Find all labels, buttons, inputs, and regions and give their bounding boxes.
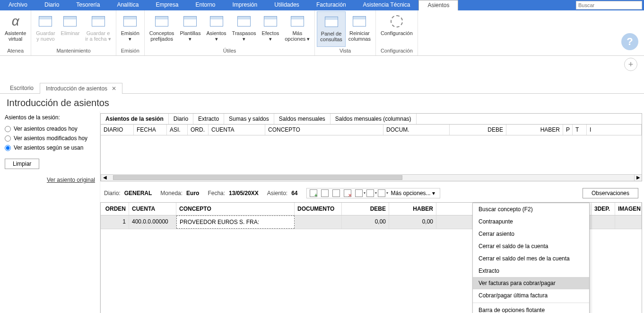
col-docum[interactable]: DOCUM. — [383, 125, 450, 135]
configuracion-button[interactable]: Configuración — [378, 11, 416, 47]
col-haber2[interactable]: HABER — [389, 203, 436, 215]
inner-tab-saldos-mensuales-columnas[interactable]: Saldos mensuales (columnas) — [331, 114, 417, 124]
inner-tab-saldos-mensuales[interactable]: Saldos mensuales — [274, 114, 331, 124]
cell-debe[interactable]: 0,00 — [342, 215, 389, 229]
menu-archivo[interactable]: Archivo — [0, 0, 36, 10]
menu-tesoreria[interactable]: Tesorería — [68, 0, 108, 10]
col-cuenta2[interactable]: CUENTA — [129, 203, 176, 215]
col-dep[interactable]: 3DEP. — [592, 203, 615, 215]
radio-ver-creados-hoy[interactable]: Ver asientos creados hoy — [5, 125, 95, 132]
col-debe2[interactable]: DEBE — [342, 203, 389, 215]
menu-analitica[interactable]: Analítica — [108, 0, 147, 10]
guardar-y-nuevo-button[interactable]: Guardar y nuevo — [33, 11, 58, 47]
alpha-icon: α — [12, 14, 19, 29]
col-haber[interactable]: HABER — [506, 125, 563, 135]
cell-documento[interactable] — [295, 215, 342, 229]
cell-haber[interactable]: 0,00 — [389, 215, 436, 229]
col-p[interactable]: P — [563, 125, 573, 135]
menu-facturacion[interactable]: Facturación — [308, 0, 355, 10]
hscroll-thumb[interactable] — [113, 175, 402, 180]
col-imagen[interactable]: IMAGEN — [615, 203, 642, 215]
inner-tab-sumas-saldos[interactable]: Sumas y saldos — [224, 114, 274, 124]
entry-dropdown2-icon[interactable] — [366, 189, 374, 197]
guardar-e-ir-a-fecha-button[interactable]: Guardar e ir a fecha ▾ — [82, 11, 113, 47]
col-t[interactable]: T — [573, 125, 587, 135]
menu-buscar-concepto[interactable]: Buscar concepto (F2) — [473, 203, 589, 215]
col-ord[interactable]: ORD. — [188, 125, 209, 135]
menu-asientos[interactable]: Asientos — [418, 0, 458, 10]
col-documento[interactable]: DOCUMENTO — [295, 203, 342, 215]
menu-cobrar-pagar-ultima-factura[interactable]: Cobrar/pagar última factura — [473, 289, 589, 302]
doc-x-icon — [63, 16, 77, 27]
efectos-button[interactable]: Efectos ▾ — [259, 11, 282, 47]
ver-asiento-original-link[interactable]: Ver asiento original — [5, 177, 95, 183]
menu-entorno[interactable]: Entorno — [187, 0, 224, 10]
conceptos-prefijados-button[interactable]: Conceptos prefijados — [147, 11, 177, 47]
col-asi[interactable]: ASI. — [167, 125, 188, 135]
menu-cerrar-saldo-mes-cuenta[interactable]: Cerrar el saldo del mes de la cuenta — [473, 252, 589, 265]
col-concepto[interactable]: CONCEPTO — [265, 125, 383, 135]
menu-asistencia-tecnica[interactable]: Asistencia Técnica — [355, 0, 419, 10]
hscroll-track[interactable] — [108, 175, 634, 181]
col-fecha[interactable]: FECHA — [134, 125, 167, 135]
cell-orden[interactable]: 1 — [101, 215, 129, 229]
mas-opciones-ribbon-button[interactable]: Más opciones ▾ — [282, 11, 313, 47]
entry-dropdown1-icon[interactable] — [355, 189, 363, 197]
menu-contraapunte[interactable]: Contraapunte — [473, 215, 589, 228]
menu-diario[interactable]: Diario — [36, 0, 68, 10]
inner-tab-asientos-sesion[interactable]: Asientos de la sesión — [101, 114, 169, 124]
plantillas-button[interactable]: Plantillas ▾ — [177, 11, 203, 47]
menu-utilidades[interactable]: Utilidades — [266, 0, 308, 10]
menu-barra-opciones-flotante[interactable]: Barra de opciones flotante — [473, 304, 589, 313]
col-orden[interactable]: ORDEN — [101, 203, 129, 215]
panel-de-consultas-button[interactable]: Panel de consultas — [317, 11, 345, 47]
menu-cerrar-saldo-cuenta[interactable]: Cerrar el saldo de la cuenta — [473, 240, 589, 252]
col-i[interactable]: I — [587, 125, 642, 135]
col-debe[interactable]: DEBE — [450, 125, 506, 135]
doc-plus-icon — [39, 16, 52, 27]
entry-dropdown3-icon[interactable] — [378, 189, 385, 197]
inner-tab-extracto[interactable]: Extracto — [193, 114, 224, 124]
session-grid-hscroll[interactable]: ◀ ▶ — [101, 174, 642, 181]
cell-concepto[interactable]: PROVEEDOR EUROS S. FRA: — [176, 215, 295, 229]
col-concepto2[interactable]: CONCEPTO — [176, 203, 295, 215]
menu-cerrar-asiento[interactable]: Cerrar asiento — [473, 228, 589, 240]
tab-introduccion-de-asientos[interactable]: Introducción de asientos ✕ — [40, 83, 122, 94]
asientos-button[interactable]: Asientos ▾ — [203, 11, 229, 47]
entry-delete-icon[interactable] — [344, 189, 351, 197]
add-tab-button[interactable]: + — [624, 58, 637, 71]
menu-empresa[interactable]: Empresa — [147, 0, 187, 10]
limpiar-button[interactable]: Limpiar — [5, 159, 39, 169]
radio-ver-segun-se-usan[interactable]: Ver asientos según se usan — [5, 144, 95, 151]
scroll-left-button[interactable]: ◀ — [101, 175, 108, 181]
tab-escritorio[interactable]: Escritorio — [4, 82, 40, 93]
asiento-value: 64 — [291, 190, 297, 197]
scroll-right-button[interactable]: ▶ — [634, 175, 642, 181]
doc-lines-icon — [155, 16, 168, 27]
observaciones-button[interactable]: Observaciones — [583, 188, 638, 198]
traspasos-button[interactable]: Traspasos ▾ — [229, 11, 259, 47]
doc-asiento-icon — [210, 16, 223, 27]
entry-add-icon[interactable] — [310, 189, 317, 197]
emision-button[interactable]: Emisión ▾ — [118, 11, 142, 47]
menu-ver-facturas-cobrar-pagar[interactable]: Ver facturas para cobrar/pagar — [473, 277, 589, 289]
close-tab-icon[interactable]: ✕ — [112, 85, 116, 92]
cell-cuenta[interactable]: 400.0.0.00000 — [129, 215, 176, 229]
col-diario[interactable]: DIARIO — [101, 125, 134, 135]
search-box[interactable] — [576, 1, 642, 9]
reiniciar-columnas-button[interactable]: Reiniciar columnas — [346, 11, 374, 47]
mas-opciones-button[interactable]: Más opciones... ▾ — [389, 190, 437, 197]
menu-extracto[interactable]: Extracto — [473, 265, 589, 277]
entry-copy-icon[interactable] — [321, 189, 329, 197]
help-icon[interactable]: ? — [621, 33, 638, 50]
col-cuenta[interactable]: CUENTA — [209, 125, 265, 135]
eliminar-button[interactable]: Eliminar — [58, 11, 83, 47]
radio-ver-modificados-hoy[interactable]: Ver asientos modificados hoy — [5, 135, 95, 142]
inner-tab-diario[interactable]: Diario — [169, 114, 193, 124]
entry-paste-icon[interactable] — [332, 189, 340, 197]
session-grid-body[interactable] — [101, 135, 642, 174]
ribbon: α Asistente virtual Atenea Guardar y nue… — [0, 10, 644, 56]
menu-impresion[interactable]: Impresión — [224, 0, 266, 10]
search-input[interactable] — [578, 2, 640, 8]
asistente-virtual-button[interactable]: α Asistente virtual — [2, 11, 29, 47]
